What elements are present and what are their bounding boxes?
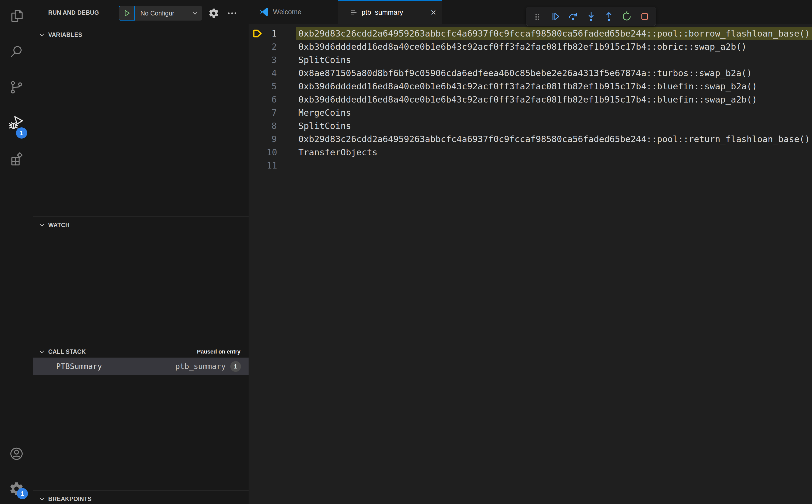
play-icon [123, 9, 131, 17]
source-control-icon[interactable] [8, 79, 25, 95]
step-over-icon [567, 11, 579, 22]
account-icon[interactable] [8, 446, 25, 462]
gripper-icon [532, 11, 543, 22]
gutter-glyph [248, 66, 266, 80]
line-number[interactable]: 4 [266, 66, 277, 80]
run-and-debug-icon[interactable]: 1 [8, 115, 25, 131]
extensions-icon[interactable] [8, 150, 25, 166]
debug-badge: 1 [16, 127, 27, 139]
line-text: 0xb29d83c26cdd2a64959263abbcfc4a6937f0c9… [296, 132, 812, 146]
variables-label: VARIABLES [48, 31, 82, 38]
step-into-icon [585, 11, 597, 22]
step-out-button[interactable] [602, 10, 616, 23]
activity-bar: 1 1 [0, 0, 33, 504]
line-text [296, 159, 812, 172]
line-number[interactable]: 3 [266, 53, 277, 66]
gutter-glyph [248, 53, 266, 66]
call-stack-frame-row[interactable]: PTBSummary ptb_summary 1 [33, 358, 248, 375]
start-debugging-button[interactable] [119, 6, 135, 21]
line-text: TransferObjects [296, 146, 812, 159]
step-out-icon [603, 11, 615, 22]
debug-config-combo: No Configur [119, 6, 202, 21]
gutter-glyph [248, 93, 266, 106]
editor-line[interactable]: 6 0xb39d6dddedd16ed8a40ce0b1e6b43c92acf0… [248, 93, 812, 106]
toolbar-drag-handle[interactable] [531, 10, 544, 23]
continue-button[interactable] [549, 10, 562, 23]
continue-icon [550, 11, 561, 22]
line-number[interactable]: 1 [266, 27, 277, 40]
line-number[interactable]: 8 [266, 119, 277, 132]
editor-line[interactable]: 9 0xb29d83c26cdd2a64959263abbcfc4a6937f0… [248, 132, 812, 146]
gutter-glyph [248, 40, 266, 53]
gutter-glyph [248, 146, 266, 159]
watch-section-header[interactable]: WATCH [33, 217, 248, 233]
editor-line[interactable]: 5 0xb39d6dddedd16ed8a40ce0b1e6b43c92acf0… [248, 80, 812, 93]
chevron-down-icon [38, 496, 46, 502]
file-lines-icon [349, 8, 358, 17]
editor-group: Welcome ptb_summary × [248, 0, 812, 504]
line-number[interactable]: 7 [266, 106, 277, 119]
step-into-button[interactable] [585, 10, 598, 23]
close-icon[interactable]: × [431, 8, 436, 17]
frame-badge: 1 [230, 361, 241, 372]
code-area: 1 0xb29d83c26cdd2a64959263abbcfc4a6937f0… [248, 24, 812, 172]
settings-gear-icon[interactable]: 1 [8, 481, 25, 497]
editor-line[interactable]: 4 0x8ae871505a80d8bf6bf9c05906cda6edfeea… [248, 66, 812, 80]
config-dropdown-label: No Configur [140, 10, 192, 17]
debug-settings-gear-icon[interactable] [208, 7, 220, 19]
gutter-glyph [248, 119, 266, 132]
debug-toolbar [526, 7, 656, 26]
frame-source: ptb_summary [175, 362, 226, 371]
settings-badge: 1 [17, 488, 28, 499]
sidebar-title: RUN AND DEBUG [48, 9, 99, 16]
search-icon[interactable] [8, 44, 25, 60]
sidebar-header: RUN AND DEBUG No Configur [33, 0, 248, 26]
editor-line[interactable]: 11 [248, 159, 812, 172]
breakpoints-section-header[interactable]: BREAKPOINTS [33, 491, 248, 504]
chevron-down-icon [192, 10, 198, 16]
gutter-glyph [248, 106, 266, 119]
config-dropdown[interactable]: No Configur [135, 6, 202, 21]
line-number[interactable]: 11 [266, 159, 277, 172]
tab-welcome[interactable]: Welcome [248, 0, 338, 24]
ellipsis-icon [226, 8, 238, 19]
breakpoints-label: BREAKPOINTS [48, 496, 92, 502]
restart-icon [621, 11, 633, 22]
more-actions-icon[interactable] [226, 7, 238, 19]
editor-line[interactable]: 2 0xb39d6dddedd16ed8a40ce0b1e6b43c92acf0… [248, 40, 812, 53]
vscode-logo-icon [259, 7, 269, 17]
editor-line[interactable]: 3 SplitCoins [248, 53, 812, 66]
step-over-button[interactable] [567, 10, 580, 23]
stop-icon [639, 11, 651, 22]
line-number[interactable]: 5 [266, 80, 277, 93]
run-and-debug-sidebar: RUN AND DEBUG No Configur [33, 0, 248, 504]
editor-line[interactable]: 1 0xb29d83c26cdd2a64959263abbcfc4a6937f0… [248, 27, 812, 40]
gutter-glyph [248, 132, 266, 146]
paused-status: Paused on entry [197, 348, 240, 355]
line-number[interactable]: 9 [266, 132, 277, 146]
tab-ptb-summary-label: ptb_summary [361, 9, 403, 16]
line-text: 0xb29d83c26cdd2a64959263abbcfc4a6937f0c9… [296, 27, 812, 40]
explorer-icon[interactable] [8, 8, 25, 24]
editor-line[interactable]: 7 MergeCoins [248, 106, 812, 119]
gutter-glyph [248, 159, 266, 172]
restart-button[interactable] [620, 10, 633, 23]
files-icon [9, 8, 24, 24]
variables-section-header[interactable]: VARIABLES [33, 26, 248, 43]
editor-line[interactable]: 8 SplitCoins [248, 119, 812, 132]
line-text: 0xb39d6dddedd16ed8a40ce0b1e6b43c92acf0ff… [296, 93, 812, 106]
editor-line[interactable]: 10 TransferObjects [248, 146, 812, 159]
gutter-glyph [248, 27, 266, 40]
frame-name: PTBSummary [56, 362, 102, 371]
frame-meta: ptb_summary 1 [175, 361, 241, 372]
tab-welcome-label: Welcome [273, 8, 301, 16]
line-number[interactable]: 6 [266, 93, 277, 106]
tab-ptb-summary[interactable]: ptb_summary × [338, 0, 442, 24]
line-text: MergeCoins [296, 106, 812, 119]
line-text: 0xb39d6dddedd16ed8a40ce0b1e6b43c92acf0ff… [296, 40, 812, 53]
stop-button[interactable] [638, 10, 651, 23]
gutter-glyph [248, 80, 266, 93]
line-number[interactable]: 10 [266, 146, 277, 159]
line-number[interactable]: 2 [266, 40, 277, 53]
vscode-window: 1 1 RUN AND DEB [0, 0, 812, 504]
